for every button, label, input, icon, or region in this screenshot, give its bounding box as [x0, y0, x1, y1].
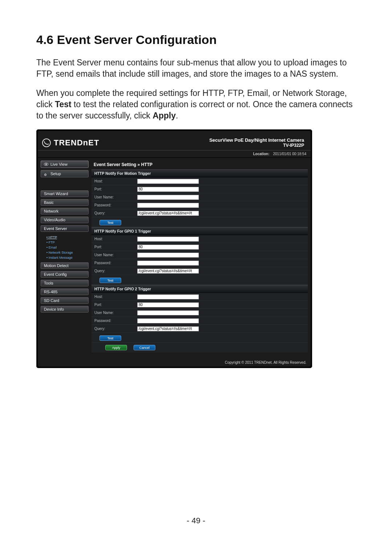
- app-screenshot: TRENDnET SecurView PoE Day/Night Interne…: [36, 129, 312, 368]
- sidebar-item-device-info[interactable]: Device Info: [41, 306, 89, 313]
- setup-button[interactable]: Setup: [41, 170, 89, 177]
- test-button-3[interactable]: Test: [99, 335, 121, 341]
- test-button-1[interactable]: Test: [99, 220, 121, 225]
- row-pass-3: Password:: [91, 317, 308, 325]
- input-query-3[interactable]: [137, 326, 199, 331]
- input-port-2[interactable]: [137, 245, 199, 250]
- input-user-3[interactable]: [137, 310, 199, 315]
- gear-icon: [44, 172, 48, 175]
- sidebar-item-network[interactable]: Network: [41, 208, 89, 214]
- sidebar-item-basic[interactable]: Basic: [41, 199, 89, 206]
- top-status-bar: Location: 2011/01/01 00:18:54: [38, 150, 311, 158]
- event-server-submenu: HTTP FTP Email Network Storage Instant M…: [41, 234, 89, 262]
- location-label: Location:: [253, 152, 269, 156]
- label-pass: Password:: [91, 203, 137, 207]
- label-user: User Name:: [91, 195, 137, 199]
- section-header-motion: HTTP Notify For Motion Trigger: [91, 169, 308, 177]
- label-pass: Password:: [91, 261, 137, 265]
- text-fragment: to test the related configuration is cor…: [36, 100, 352, 120]
- app-header: TRENDnET SecurView PoE Day/Night Interne…: [38, 131, 311, 150]
- label-host: Host:: [91, 295, 137, 299]
- product-name: SecurView PoE Day/Night Internet Camera: [209, 137, 304, 143]
- label-port: Port:: [91, 187, 137, 191]
- input-user-2[interactable]: [137, 253, 199, 258]
- brand: TRENDnET: [42, 138, 99, 148]
- label-query: Query:: [91, 269, 137, 273]
- apply-button[interactable]: Apply: [105, 345, 127, 350]
- label-port: Port:: [91, 303, 137, 307]
- row-user-2: User Name:: [91, 251, 308, 259]
- input-host-2[interactable]: [137, 237, 199, 242]
- sidebar-item-tools[interactable]: Tools: [41, 280, 89, 286]
- label-pass: Password:: [91, 319, 137, 323]
- label-user: User Name:: [91, 253, 137, 257]
- panel-title: Event Server Setting » HTTP: [91, 161, 308, 169]
- section-heading: 4.6 Event Server Configuration: [36, 33, 358, 47]
- input-pass-1[interactable]: [137, 203, 199, 208]
- bold-apply: Apply: [152, 111, 176, 120]
- input-query-1[interactable]: [137, 211, 199, 216]
- page-number: - 49 -: [0, 516, 392, 525]
- sidebar-item-motion-detect[interactable]: Motion Detect: [41, 262, 89, 269]
- eye-icon: [44, 163, 48, 166]
- sidebar-item-event-config[interactable]: Event Config: [41, 271, 89, 278]
- sidebar-item-event-server[interactable]: Event Server: [41, 225, 89, 232]
- text-fragment: .: [176, 111, 178, 120]
- row-port-1: Port:: [91, 185, 308, 193]
- input-user-1[interactable]: [137, 195, 199, 200]
- input-query-2[interactable]: [137, 269, 199, 274]
- section-header-gpio1: HTTP Notify For GPIO 1 Trigger: [91, 227, 308, 235]
- row-host-2: Host:: [91, 235, 308, 243]
- intro-paragraph-2: When you complete the required settings …: [36, 88, 358, 121]
- row-user-3: User Name:: [91, 309, 308, 317]
- brand-logo-icon: [42, 138, 51, 147]
- intro-paragraph-1: The Event Server menu contains four sub-…: [36, 57, 358, 80]
- live-view-label: Live View: [50, 162, 68, 166]
- brand-text: TRENDnET: [54, 138, 99, 148]
- row-host-3: Host:: [91, 293, 308, 301]
- submenu-network-storage[interactable]: Network Storage: [44, 250, 89, 255]
- row-port-3: Port:: [91, 301, 308, 309]
- input-port-3[interactable]: [137, 302, 199, 307]
- test-button-2[interactable]: Test: [99, 278, 121, 283]
- action-row: Apply Cancel: [91, 343, 308, 352]
- cancel-button[interactable]: Cancel: [134, 345, 155, 350]
- row-port-2: Port:: [91, 243, 308, 251]
- sidebar-item-video-audio[interactable]: Video/Audio: [41, 217, 89, 223]
- row-query-2: Query:: [91, 267, 308, 275]
- live-view-button[interactable]: Live View: [41, 161, 89, 168]
- product-model: TV-IP322P: [209, 143, 304, 148]
- row-query-1: Query:: [91, 209, 308, 217]
- label-user: User Name:: [91, 311, 137, 315]
- input-host-1[interactable]: [137, 179, 199, 184]
- submenu-http[interactable]: HTTP: [44, 235, 89, 240]
- row-pass-1: Password:: [91, 201, 308, 209]
- setup-label: Setup: [50, 172, 61, 176]
- sidebar-item-sd-card[interactable]: SD Card: [41, 297, 89, 304]
- sidebar-item-rs485[interactable]: RS-485: [41, 289, 89, 295]
- row-pass-2: Password:: [91, 259, 308, 267]
- input-pass-3[interactable]: [137, 318, 199, 323]
- label-host: Host:: [91, 179, 137, 183]
- row-user-1: User Name:: [91, 193, 308, 201]
- bold-test: Test: [55, 100, 72, 109]
- input-port-1[interactable]: [137, 187, 199, 192]
- row-query-3: Query:: [91, 325, 308, 333]
- timestamp: 2011/01/01 00:18:54: [273, 152, 306, 156]
- main-panel: Event Server Setting » HTTP HTTP Notify …: [91, 161, 308, 352]
- sidebar: Live View Setup Smart Wizard Basic Netwo…: [41, 161, 89, 352]
- row-host-1: Host:: [91, 177, 308, 185]
- input-host-3[interactable]: [137, 294, 199, 299]
- submenu-email[interactable]: Email: [44, 245, 89, 250]
- sidebar-item-smart-wizard[interactable]: Smart Wizard: [41, 190, 89, 197]
- section-header-gpio2: HTTP Notify For GPIO 2 Trigger: [91, 285, 308, 293]
- label-query: Query:: [91, 327, 137, 331]
- label-query: Query:: [91, 211, 137, 215]
- product-label: SecurView PoE Day/Night Internet Camera …: [209, 137, 304, 148]
- input-pass-2[interactable]: [137, 261, 199, 266]
- submenu-ftp[interactable]: FTP: [44, 240, 89, 245]
- copyright: Copyright © 2011 TRENDnet. All Rights Re…: [38, 357, 311, 367]
- label-host: Host:: [91, 237, 137, 241]
- label-port: Port:: [91, 245, 137, 249]
- submenu-instant-message[interactable]: Instant Message: [44, 255, 89, 260]
